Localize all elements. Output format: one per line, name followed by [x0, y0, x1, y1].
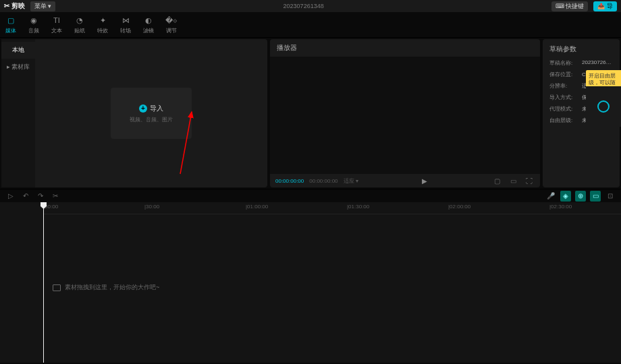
tool-文本[interactable]: TI文本	[51, 15, 62, 34]
tool-icon: ◐	[143, 15, 154, 26]
prop-key: 草稿名称:	[549, 59, 582, 67]
tool-icon: ◔	[74, 15, 85, 26]
prop-key: 代理模式:	[549, 105, 582, 113]
tool-特效[interactable]: ✦特效	[97, 15, 108, 34]
tooltip-thumbnail	[586, 86, 621, 127]
media-panel: 本地 ▸ 素材库 +导入 视频、音频、图片	[1, 39, 267, 187]
tool-icon: TI	[51, 15, 62, 26]
category-toolbar: ▢媒体◉音频TI文本◔贴纸✦特效⋈转场◐滤镜�⟐调节	[0, 12, 621, 38]
pointer-tool-icon[interactable]: ▷	[5, 191, 16, 202]
tool-label: 贴纸	[74, 27, 85, 34]
titlebar: ✂ 剪映 菜单 ▾ 202307261348 ⌨ 快捷键 📤 导	[0, 0, 621, 12]
prop-value[interactable]: 202307261348	[582, 59, 613, 67]
export-button[interactable]: 📤 导	[593, 1, 617, 11]
playhead[interactable]	[43, 202, 44, 363]
prop-key: 导入方式:	[549, 94, 582, 101]
timeline-toolbar: ▷ ↶ ↷ ✂ 🎤 ◈ ⊕ ▭ ⊡	[0, 189, 621, 202]
media-tabs: 本地 ▸ 素材库	[1, 39, 35, 187]
tool-icon: �⟐	[166, 15, 177, 26]
link-icon[interactable]: ⊕	[575, 191, 586, 202]
tool-icon: ✦	[97, 15, 108, 26]
tool-贴纸[interactable]: ◔贴纸	[74, 15, 85, 34]
preview-icon[interactable]: ▭	[590, 191, 601, 202]
tool-音频[interactable]: ◉音频	[28, 15, 39, 34]
tool-label: 文本	[51, 27, 62, 34]
tool-转场[interactable]: ⋈转场	[120, 15, 131, 34]
ruler-tick: |30:00	[144, 204, 159, 210]
props-header: 草稿参数	[549, 44, 613, 54]
tool-调节[interactable]: �⟐调节	[166, 15, 177, 34]
import-button[interactable]: +导入 视频、音频、图片	[111, 88, 192, 139]
mic-icon[interactable]: 🎤	[545, 191, 556, 202]
player-header: 播放器	[270, 39, 540, 57]
tab-library[interactable]: ▸ 素材库	[1, 59, 35, 75]
tool-label: 音频	[28, 27, 39, 34]
tool-icon: ▢	[5, 15, 16, 26]
ratio-select[interactable]: 适应 ▾	[344, 177, 358, 185]
project-title: 202307261348	[61, 3, 546, 9]
menu-button[interactable]: 菜单 ▾	[30, 1, 56, 11]
tool-label: 转场	[120, 27, 131, 34]
tool-label: 特效	[97, 27, 108, 34]
tool-label: 调节	[166, 27, 177, 34]
fullscreen-icon[interactable]: ⛶	[524, 175, 535, 186]
prop-key: 保存位置:	[549, 71, 582, 78]
play-button[interactable]: ▶	[422, 177, 427, 185]
time-ruler[interactable]: |00:00|30:00|01:00:00|01:30:00|02:00:00|…	[43, 202, 621, 214]
tool-icon: ◉	[28, 15, 39, 26]
prop-key: 分辨率:	[549, 82, 582, 90]
ruler-tick: |02:00:00	[448, 204, 470, 210]
redo-icon[interactable]: ↷	[35, 191, 46, 202]
prop-key: 自由层级:	[549, 117, 582, 124]
ruler-tick: |01:00:00	[246, 204, 268, 210]
tool-label: 媒体	[5, 27, 16, 34]
player-controls: 00:00:00:00 00:00:00:00 适应 ▾ ▶ ▢ ▭ ⛶	[270, 174, 540, 187]
current-time: 00:00:00:00	[275, 178, 304, 184]
shortcut-button[interactable]: ⌨ 快捷键	[551, 1, 589, 11]
ruler-tick: |01:30:00	[347, 204, 369, 210]
undo-icon[interactable]: ↶	[20, 191, 31, 202]
player-viewport	[270, 57, 540, 174]
tool-滤镜[interactable]: ◐滤镜	[143, 15, 154, 34]
fit-icon[interactable]: ⊡	[605, 191, 616, 202]
prop-row: 草稿名称:202307261348	[549, 59, 613, 67]
ruler-tick: |02:30:00	[549, 204, 572, 210]
tool-icon: ⋈	[120, 15, 131, 26]
player-panel: 播放器 00:00:00:00 00:00:00:00 适应 ▾ ▶ ▢ ▭ ⛶	[270, 39, 540, 187]
timeline[interactable]: |00:00|30:00|01:00:00|01:30:00|02:00:00|…	[0, 202, 621, 363]
app-logo: ✂ 剪映	[4, 1, 25, 11]
compare-icon[interactable]: ▢	[491, 175, 502, 186]
total-time: 00:00:00:00	[309, 178, 338, 184]
tool-label: 滤镜	[143, 27, 154, 34]
import-hint: 视频、音频、图片	[130, 116, 173, 123]
empty-track-hint: 素材拖拽到这里，开始你的大作吧~	[53, 283, 159, 292]
split-icon[interactable]: ✂	[50, 191, 61, 202]
tab-local[interactable]: 本地	[1, 42, 35, 59]
clip-icon	[53, 284, 61, 291]
ratio-icon[interactable]: ▭	[508, 175, 518, 186]
tool-媒体[interactable]: ▢媒体	[5, 15, 16, 34]
snap-icon[interactable]: ◈	[560, 191, 571, 202]
plus-icon: +	[139, 104, 147, 113]
